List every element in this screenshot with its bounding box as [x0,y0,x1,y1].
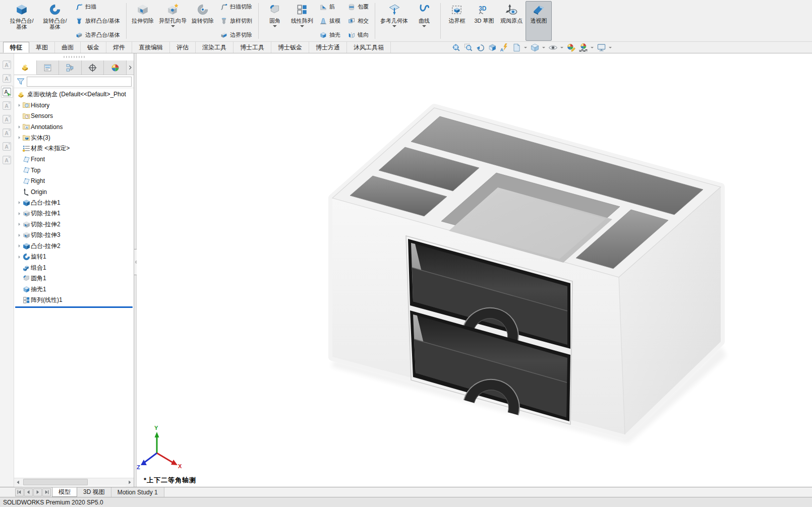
ribbon-button-curves[interactable]: 曲线 [411,1,437,41]
ribbon-tab-5[interactable]: 焊件 [106,42,132,53]
ribbon-button-rib[interactable]: 筋 [317,2,342,12]
tree-item[interactable]: 旋转1 [14,251,134,263]
scroll-left-button[interactable] [14,478,22,486]
tree-item[interactable]: Top [14,165,134,176]
bottom-tab-1[interactable]: 模型 [52,487,77,497]
tree-filter-input[interactable] [27,77,132,87]
bottom-tab-2[interactable]: 3D 视图 [77,487,111,497]
expand-arrow-icon[interactable] [16,211,22,216]
left-tool-note-edit-button[interactable] [1,72,13,84]
headsup-view-orientation-button[interactable] [529,43,540,53]
ribbon-button-wrap[interactable]: 包覆 [345,2,371,12]
ribbon-button-cut-extrude[interactable]: 拉伸切除 [130,1,156,41]
bottom-tab-3[interactable]: Motion Study 1 [111,487,164,497]
panel-tabs-overflow-button[interactable] [127,60,134,75]
ribbon-button-loft[interactable]: 放样凸台/基体 [73,16,122,26]
ribbon-tab-4[interactable]: 钣金 [81,42,106,53]
tree-item[interactable]: 切除-拉伸1 [14,208,134,219]
tree-item[interactable]: 切除-拉伸2 [14,219,134,230]
panel-tab-displaymanager[interactable] [104,60,127,75]
tree-item[interactable]: 阵列(线性)1 [14,295,134,306]
dropdown-caret-icon[interactable] [609,47,612,48]
dropdown-caret-icon[interactable] [392,25,396,27]
ribbon-button-fillet[interactable]: 圆角 [262,1,288,41]
ribbon-button-sweep[interactable]: 扫描 [73,2,122,12]
headsup-hide-show-items-button[interactable] [547,43,558,53]
ribbon-tab-7[interactable]: 评估 [170,42,196,53]
left-tool-note-link-button[interactable] [1,154,13,166]
dropdown-caret-icon[interactable] [560,47,563,48]
left-tool-note-insert-button[interactable] [1,86,13,98]
tree-item[interactable]: 凸台-拉伸2 [14,241,134,252]
panel-tab-configurationmanager[interactable] [59,60,82,75]
tree-item[interactable]: 抽壳1 [14,284,134,295]
ribbon-button-sketch3d[interactable]: 3D 草图 [471,1,497,41]
graphics-viewport[interactable]: Y X Z *上下二等角轴测 [137,53,812,487]
panel-tab-dimxpertmanager[interactable] [82,60,104,75]
tree-item[interactable]: Right [14,176,134,187]
tab-nav-next-button[interactable] [33,488,42,496]
tab-nav-last-button[interactable] [42,488,51,496]
ribbon-tab-1[interactable]: 特征 [3,42,29,53]
tree-item[interactable]: 凸台-拉伸1 [14,198,134,209]
ribbon-button-bounding-box[interactable]: 边界框 [444,1,470,41]
ribbon-tab-10[interactable]: 博士钣金 [271,42,309,53]
ribbon-button-shell[interactable]: 抽壳 [317,30,342,40]
model-3d-desktop-organizer[interactable] [137,53,812,487]
tree-item[interactable]: Sensors [14,111,134,122]
left-tool-note-frame-button[interactable] [1,140,13,152]
ribbon-button-boss-extrude[interactable]: 拉伸凸台/基体 [6,1,38,41]
tree-item[interactable]: 切除-拉伸3 [14,230,134,241]
ribbon-button-hole-wizard[interactable]: 异型孔向导 [157,1,189,41]
headsup-apply-scene-button[interactable] [577,43,589,53]
ribbon-button-boundary[interactable]: 边界凸台/基体 [73,30,122,40]
headsup-zoom-to-fit-button[interactable] [450,43,461,53]
expand-arrow-icon[interactable] [16,233,22,238]
left-tool-note-new-button[interactable] [1,58,13,71]
left-tool-note-add-button[interactable] [1,99,13,111]
tree-item[interactable]: 实体(3) [14,133,134,144]
ribbon-button-reference-geometry[interactable]: 参考几何体 [378,1,410,41]
ribbon-tab-11[interactable]: 博士方通 [309,42,347,53]
ribbon-button-sweep-cut[interactable]: 扫描切除 [218,2,254,12]
ribbon-tab-12[interactable]: 沐风工具箱 [347,42,391,53]
dropdown-caret-icon[interactable] [524,47,527,48]
expand-arrow-icon[interactable] [16,243,22,248]
ribbon-button-intersect[interactable]: 相交 [345,16,371,26]
ribbon-button-view-origin[interactable]: 观阅原点 [498,1,525,41]
ribbon-button-boundary-cut[interactable]: 边界切除 [218,30,254,40]
headsup-edit-appearance-button[interactable] [565,43,576,53]
tab-nav-first-button[interactable] [15,488,24,496]
scrollbar-thumb[interactable] [23,479,88,485]
tree-item[interactable]: History [14,100,134,111]
tree-item[interactable]: 圆角1 [14,273,134,284]
ribbon-tab-8[interactable]: 渲染工具 [196,42,234,53]
rollback-bar[interactable] [15,306,133,308]
ribbon-button-linear-pattern[interactable]: 线性阵列 [289,1,315,41]
expand-arrow-icon[interactable] [16,135,22,140]
tree-root-item[interactable]: 桌面收纳盒 (Default<<Default>_Phot [14,89,134,100]
tree-item[interactable]: 组合1 [14,263,134,274]
dropdown-caret-icon[interactable] [300,25,304,27]
scrollbar-track[interactable] [22,478,126,486]
tree-item[interactable]: Origin [14,186,134,198]
ribbon-button-loft-cut[interactable]: 放样切割 [218,16,254,26]
ribbon-tab-6[interactable]: 直接编辑 [132,42,170,53]
expand-arrow-icon[interactable] [16,255,22,260]
tree-item[interactable]: Annotations [14,121,134,133]
dropdown-caret-icon[interactable] [591,47,594,48]
expand-arrow-icon[interactable] [16,200,22,205]
ribbon-tab-3[interactable]: 曲面 [55,42,81,53]
headsup-section-view-button[interactable] [487,43,498,53]
ribbon-button-draft[interactable]: 拔模 [317,16,342,26]
panel-tab-featuremanager[interactable] [14,60,37,75]
headsup-dynamic-annotation-views-button[interactable] [499,43,510,53]
dropdown-caret-icon[interactable] [171,25,175,27]
tree-item[interactable]: 材质 <未指定> [14,143,134,154]
dropdown-caret-icon[interactable] [542,47,545,48]
ribbon-button-mirror[interactable]: 镜向 [345,30,371,40]
expand-arrow-icon[interactable] [16,103,22,108]
expand-arrow-icon[interactable] [16,124,22,130]
panel-grip[interactable] [14,53,134,60]
ribbon-tab-9[interactable]: 博士工具 [234,42,271,53]
